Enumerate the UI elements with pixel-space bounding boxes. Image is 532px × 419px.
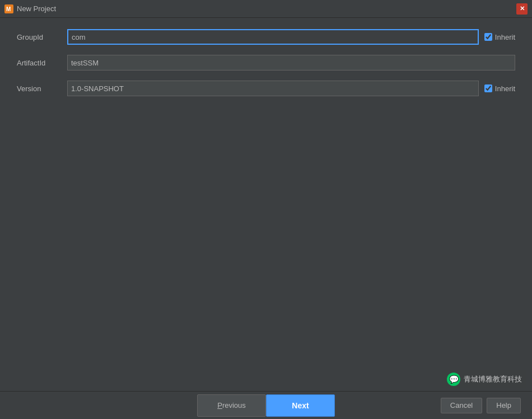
window-icon: M <box>4 4 13 13</box>
bottom-nav-center: Previous Next <box>197 394 335 417</box>
version-input[interactable] <box>67 81 479 96</box>
watermark-text: 青城博雅教育科技 <box>464 374 522 384</box>
artifactid-label: ArtifactId <box>17 59 67 67</box>
next-button[interactable]: Next <box>266 394 335 417</box>
close-button[interactable]: ✕ <box>516 3 528 15</box>
groupid-inherit-label: Inherit <box>484 33 515 41</box>
groupid-input-wrapper: Inherit <box>67 29 515 45</box>
version-input-wrapper: Inherit <box>67 81 515 96</box>
artifactid-input[interactable] <box>67 55 515 70</box>
version-row: Version Inherit <box>17 81 515 96</box>
help-button[interactable]: Help <box>487 398 521 413</box>
groupid-row: GroupId Inherit <box>17 29 515 45</box>
version-label: Version <box>17 84 67 93</box>
version-inherit-label: Inherit <box>484 84 515 93</box>
artifactid-input-wrapper <box>67 55 515 70</box>
groupid-inherit-checkbox[interactable] <box>484 33 492 41</box>
watermark: 💬 青城博雅教育科技 <box>442 370 526 388</box>
version-inherit-checkbox[interactable] <box>484 84 492 92</box>
watermark-icon: 💬 <box>447 373 460 386</box>
content-area: GroupId Inherit ArtifactId Version <box>0 18 532 419</box>
window-title: New Project <box>17 4 516 13</box>
groupid-input[interactable] <box>67 29 479 45</box>
bottom-nav: Previous Next Cancel Help <box>0 391 532 419</box>
next-label: Next <box>292 401 309 410</box>
previous-label: Previous <box>217 401 246 409</box>
dialog-window: M New Project ✕ GroupId Inherit Artifact… <box>0 0 532 419</box>
groupid-label: GroupId <box>17 33 67 41</box>
cancel-button[interactable]: Cancel <box>441 398 482 413</box>
svg-text:M: M <box>6 6 11 12</box>
artifactid-row: ArtifactId <box>17 55 515 70</box>
bottom-nav-right: Cancel Help <box>441 398 521 413</box>
previous-button[interactable]: Previous <box>197 394 266 417</box>
title-bar: M New Project ✕ <box>0 0 532 18</box>
